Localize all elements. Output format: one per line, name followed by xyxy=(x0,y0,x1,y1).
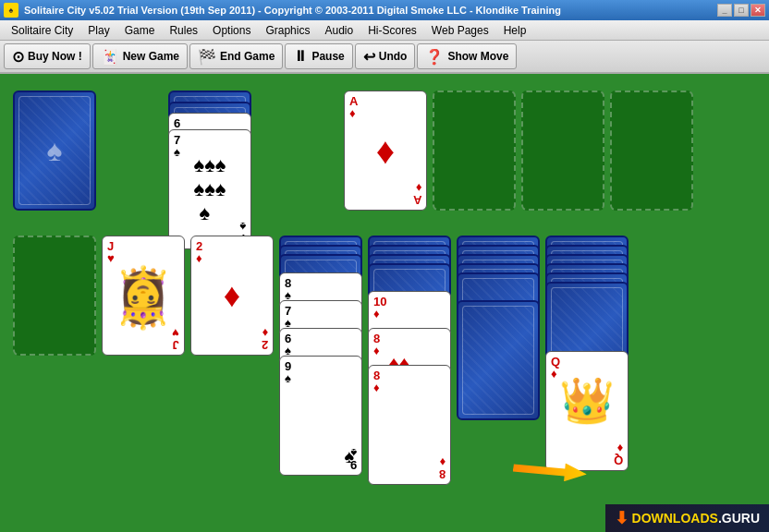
foundation-4-empty[interactable] xyxy=(610,91,693,211)
window-controls[interactable]: _ □ ✕ xyxy=(717,4,765,17)
menu-hi-scores[interactable]: Hi-Scores xyxy=(360,22,424,39)
toolbar: ⊙ Buy Now ! 🃏 New Game 🏁 End Game ⏸ Paus… xyxy=(0,41,769,74)
maximize-button[interactable]: □ xyxy=(734,4,749,17)
menu-bar: Solitaire City Play Game Rules Options G… xyxy=(0,20,769,41)
menu-audio[interactable]: Audio xyxy=(317,22,360,39)
buy-now-label: Buy Now ! xyxy=(28,50,82,63)
watermark-text: DOWNLOADS.GURU xyxy=(632,511,760,526)
tableau-col6-queen-diamonds[interactable]: Q♦ Q♦ 👑 xyxy=(545,351,629,471)
menu-graphics[interactable]: Graphics xyxy=(258,22,317,39)
end-game-icon: 🏁 xyxy=(198,48,216,66)
new-game-button[interactable]: 🃏 New Game xyxy=(92,43,188,69)
foundation-2-empty[interactable] xyxy=(433,91,516,211)
menu-game[interactable]: Game xyxy=(117,22,163,39)
col1-top-7spades[interactable]: 7♠ 7♠ ♠♠♠♠♠♠ ♠ xyxy=(168,129,251,249)
undo-button[interactable]: ↩ Undo xyxy=(355,43,416,69)
pause-label: Pause xyxy=(311,50,344,63)
show-move-icon: ❓ xyxy=(425,48,444,66)
menu-web-pages[interactable]: Web Pages xyxy=(424,22,496,39)
stock-pile[interactable]: ♠ xyxy=(13,91,96,211)
tableau-col0-empty[interactable] xyxy=(13,236,96,356)
menu-rules[interactable]: Rules xyxy=(162,22,205,39)
game-area[interactable]: ♠ 6♠ 6♠ ♠♠♠♠♠♠ 7♠ 7♠ ♠♠♠♠♠♠ ♠ A♦ A♦ ♦ J♥… xyxy=(0,74,769,532)
new-game-icon: 🃏 xyxy=(101,48,119,66)
menu-play[interactable]: Play xyxy=(80,22,116,39)
undo-label: Undo xyxy=(379,50,408,63)
tableau-col4-8bottom[interactable]: 8♦ 8♦ xyxy=(368,365,451,485)
tableau-col5-top[interactable] xyxy=(457,300,540,420)
show-move-button[interactable]: ❓ Show Move xyxy=(417,43,517,69)
title-bar: ♠ Solitaire City v5.02 Trial Version (19… xyxy=(0,0,769,20)
app-icon: ♠ xyxy=(4,3,18,18)
pause-icon: ⏸ xyxy=(293,48,308,65)
pause-button[interactable]: ⏸ Pause xyxy=(285,43,352,69)
undo-icon: ↩ xyxy=(363,48,375,66)
watermark: ⬇ DOWNLOADS.GURU xyxy=(605,504,769,532)
buy-now-button[interactable]: ⊙ Buy Now ! xyxy=(4,43,91,69)
watermark-icon: ⬇ xyxy=(615,508,629,528)
minimize-button[interactable]: _ xyxy=(717,4,732,17)
tableau-col3-spades-bot[interactable]: 9♠ 9♠ ♠ xyxy=(279,356,362,476)
tableau-col2-2-diamonds[interactable]: 2♦ 2♦ ♦ xyxy=(190,236,274,356)
foundation-3-empty[interactable] xyxy=(521,91,604,211)
end-game-button[interactable]: 🏁 End Game xyxy=(189,43,283,69)
menu-help[interactable]: Help xyxy=(496,22,534,39)
close-button[interactable]: ✕ xyxy=(751,4,765,17)
menu-solitaire-city[interactable]: Solitaire City xyxy=(4,22,80,39)
new-game-label: New Game xyxy=(123,50,179,63)
foundation-1-ace-diamonds[interactable]: A♦ A♦ ♦ xyxy=(344,91,427,211)
end-game-label: End Game xyxy=(220,50,275,63)
buy-now-icon: ⊙ xyxy=(12,48,24,66)
tableau-col1-jack-hearts[interactable]: J♥ J♥ 👸 👸 xyxy=(102,236,185,356)
show-move-label: Show Move xyxy=(447,50,508,63)
menu-options[interactable]: Options xyxy=(205,22,258,39)
window-title: Solitaire City v5.02 Trial Version (19th… xyxy=(24,5,717,16)
